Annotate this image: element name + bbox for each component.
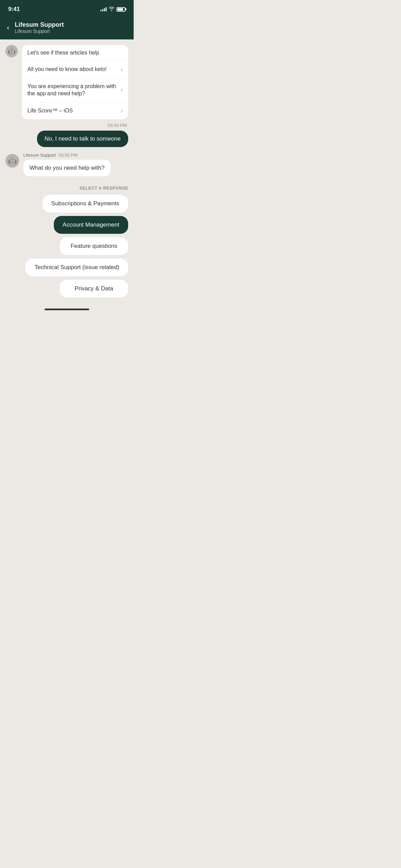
articles-section: 🤖 Let's see if these articles help All y…	[0, 39, 134, 119]
response-technical-support[interactable]: Technical Support (issue related)	[25, 258, 128, 276]
response-options: Subscriptions & Payments Account Managem…	[5, 195, 128, 298]
article-text-problem: You are experiencing a problem with the …	[27, 83, 118, 97]
select-response-area: SELECT A RESPONSE Subscriptions & Paymen…	[0, 180, 134, 298]
article-item-lifescore[interactable]: Life Score™ – iOS ›	[22, 103, 128, 119]
bot-message-row: 🤖 Lifesum Support 03:50 PM What do you n…	[0, 151, 134, 180]
chat-area: 🤖 Let's see if these articles help All y…	[0, 39, 134, 304]
robot-icon: 🤖	[8, 157, 17, 165]
response-account-management[interactable]: Account Management	[54, 216, 128, 234]
bot-sender-time: 03:50 PM	[59, 153, 78, 158]
nav-bar: ‹ Lifesum Support Lifesum Support	[0, 17, 134, 39]
bot-sender-name: Lifesum Support	[23, 153, 56, 158]
bot-avatar-small: 🤖	[5, 45, 18, 57]
nav-title-block: Lifesum Support Lifesum Support	[15, 21, 64, 34]
article-item-problem[interactable]: You are experiencing a problem with the …	[22, 78, 128, 103]
user-bubble: No, I need to talk to someone	[37, 131, 128, 147]
home-bar	[45, 309, 89, 310]
status-time: 9:41	[8, 6, 20, 13]
chevron-icon-keto: ›	[121, 66, 123, 73]
nav-subtitle: Lifesum Support	[15, 28, 64, 34]
chevron-icon-problem: ›	[121, 86, 123, 94]
articles-intro: Let's see if these articles help	[22, 45, 128, 61]
robot-icon-small: 🤖	[8, 47, 15, 55]
article-text-keto: All you need to know about keto!	[27, 66, 118, 73]
user-message-timestamp: 03:50 PM	[0, 119, 134, 129]
back-button[interactable]: ‹	[5, 22, 11, 34]
bot-avatar: 🤖	[5, 154, 19, 168]
articles-bubble: Let's see if these articles help All you…	[22, 45, 128, 119]
response-subscriptions[interactable]: Subscriptions & Payments	[42, 195, 128, 213]
battery-icon	[117, 7, 125, 12]
bot-meta: Lifesum Support 03:50 PM What do you nee…	[23, 153, 111, 176]
signal-icon	[100, 7, 107, 11]
user-bubble-row: No, I need to talk to someone	[0, 129, 134, 151]
status-icons	[100, 7, 125, 12]
status-bar: 9:41	[0, 0, 134, 17]
article-text-lifescore: Life Score™ – iOS	[27, 107, 118, 114]
response-feature-questions[interactable]: Feature questions	[60, 237, 128, 255]
response-privacy-data[interactable]: Privacy & Data	[60, 280, 128, 298]
select-response-label: SELECT A RESPONSE	[5, 186, 128, 195]
bot-sender-line: Lifesum Support 03:50 PM	[23, 153, 111, 158]
wifi-icon	[109, 7, 114, 12]
chevron-icon-lifescore: ›	[121, 107, 123, 114]
bot-bubble: What do you need help with?	[23, 160, 111, 176]
article-item-keto[interactable]: All you need to know about keto! ›	[22, 61, 128, 78]
home-indicator	[0, 304, 134, 313]
nav-title: Lifesum Support	[15, 21, 64, 28]
